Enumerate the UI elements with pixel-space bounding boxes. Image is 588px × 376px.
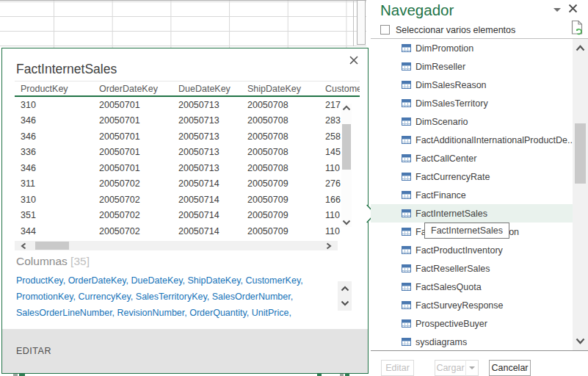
nav-item[interactable]: FactSalesQuota [371,278,573,296]
cell: 20050714 [173,195,242,205]
table-horizontal-scrollbar[interactable] [15,241,338,250]
column-header: ShipDateKey [242,84,319,94]
chevron-down-icon[interactable] [553,8,561,12]
navigator-table-list: DimPromotion DimReseller DimSalesReason … [371,39,573,351]
nav-item[interactable]: FactResellerSales [371,259,573,278]
table-vertical-scrollbar[interactable] [341,104,352,227]
cell: 20050708 [242,100,319,110]
preview-data-table: ProductKey OrderDateKey DueDateKey ShipD… [15,81,360,239]
nav-item[interactable]: FactCurrencyRate [371,167,573,186]
cell: 351 [15,210,93,220]
cell: 20050714 [173,226,242,236]
cell: 110 [319,210,360,220]
cell: 20050713 [173,100,242,110]
nav-item[interactable]: DimSalesReason [371,76,573,94]
table-header-row: ProductKey OrderDateKey DueDateKey ShipD… [15,81,360,97]
navigator-pane: Navegador Seleccionar varios elementos D… [371,0,588,376]
cell: 310 [15,100,93,110]
cell: 20050708 [242,147,319,157]
nav-item-factinternetsales[interactable]: FactInternetSales [371,204,573,223]
table-icon [402,283,411,291]
scrollbar-thumb[interactable] [575,123,586,184]
table-row: 346200507012005071320050708258 [15,129,360,145]
nav-item[interactable]: FactFinance [371,186,573,204]
close-icon[interactable] [568,4,578,13]
chevron-down-icon[interactable] [576,338,585,344]
table-icon [402,154,411,162]
nav-item[interactable]: FactSurveyResponse [371,296,573,314]
edit-button[interactable]: Editar [381,360,414,376]
select-multiple-checkbox[interactable] [380,25,390,35]
column-header: ProductKey [15,84,93,94]
preview-footer: EDITAR [2,329,368,373]
navigator-scrollbar[interactable] [573,39,588,350]
cell: 20050713 [173,115,242,126]
table-icon [402,319,411,328]
cell: 20050708 [242,131,319,142]
table-icon [402,209,411,217]
table-icon [402,338,411,346]
cell: 310 [15,195,93,205]
refresh-icon[interactable] [571,20,584,35]
cancel-button[interactable]: Cancelar [489,360,531,376]
chevron-up-icon[interactable] [341,286,349,292]
columns-list: ProductKey, OrderDateKey, DueDateKey, Sh… [16,272,332,321]
chevron-down-icon[interactable] [342,220,351,225]
cell: 20050708 [242,163,319,173]
cell: 20050709 [242,226,319,236]
column-header: CustomerKey [319,84,360,94]
cell: 20050709 [242,195,319,205]
load-dropdown-button[interactable] [465,360,479,376]
table-row: 351200507022005071420050709110 [15,208,360,224]
nav-item[interactable]: DimScenario [371,112,573,131]
nav-item[interactable]: FactProductInventory [371,241,573,259]
cell: 20050709 [242,210,319,220]
nav-item[interactable]: FactAdditionalInternationalProductDe... [371,131,573,149]
chevron-left-icon[interactable] [21,242,26,250]
nav-item[interactable]: DimReseller [371,57,573,76]
cell: 20050701 [93,100,173,110]
cell: 20050702 [93,226,173,236]
nav-item[interactable]: sysdiagrams [371,333,573,351]
cell: 276 [319,178,360,189]
load-button[interactable]: Cargar [435,360,465,376]
scrollbar-thumb[interactable] [35,242,69,250]
preview-popup: FactInternetSales ProductKey OrderDateKe… [1,48,369,374]
table-icon [402,246,411,254]
preview-title: FactInternetSales [16,62,117,77]
excel-scrollbar[interactable] [357,0,366,45]
nav-item[interactable]: DimPromotion [371,39,573,57]
excel-gridline [353,0,354,46]
table-row: 310200507012005071320050708217 [15,97,360,113]
table-row: 346200507012005071320050708283 [15,113,360,129]
cell: 258 [319,131,360,142]
nav-item[interactable]: DimSalesTerritory [371,94,573,112]
chevron-down-icon[interactable] [341,300,349,306]
cell: 20050701 [93,163,173,173]
columns-list-line: SalesOrderLineNumber, RevisionNumber, Or… [16,305,332,321]
table-icon [402,99,411,107]
divider [371,350,588,351]
cell: 346 [15,163,93,173]
scrollbar-thumb[interactable] [342,124,351,170]
table-icon [402,264,411,272]
chevron-up-icon[interactable] [576,45,585,51]
chevron-right-icon[interactable] [326,242,332,250]
table-icon [402,81,411,89]
table-icon [402,44,411,52]
edit-link[interactable]: EDITAR [16,346,51,356]
columns-list-line: ProductKey, OrderDateKey, DueDateKey, Sh… [16,272,332,289]
nav-item[interactable]: ProspectiveBuyer [371,314,573,333]
cell: 20050701 [93,147,173,157]
columns-section-heading: Columnas [35] [16,255,90,268]
cell: 336 [15,147,93,157]
column-header: DueDateKey [173,84,242,94]
cell: 20050709 [242,178,319,189]
close-icon[interactable] [349,56,358,65]
cell: 20050702 [93,195,173,205]
cell: 20050713 [173,131,242,142]
columns-scroll-control[interactable] [338,281,352,311]
columns-list-line: PromotionKey, CurrencyKey, SalesTerritor… [16,289,332,305]
chevron-up-icon[interactable] [342,105,351,111]
nav-item[interactable]: FactCallCenter [371,149,573,167]
